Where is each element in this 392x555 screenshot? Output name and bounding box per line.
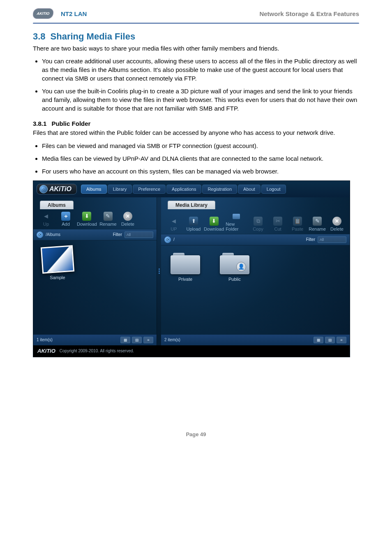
bullet-item: You can create additional user accounts,… [42,57,359,83]
person-badge-icon: 👤 [236,262,246,272]
view-list-button[interactable]: ≡ [143,337,153,343]
footer-copyright: Copyright 2009-2010. All rights reserved… [60,349,134,353]
subsection-intro: Files that are stored within the Public … [33,129,359,137]
media-filter-bar: ⟳ / Filter All [161,234,350,245]
nav-library[interactable]: Library [108,185,132,194]
view-small-icons-button[interactable]: ▤ [325,337,335,343]
upload-icon: ⬆ [189,217,198,226]
folder-item-private[interactable]: Private [167,251,204,282]
app-footer: AKiTiO Copyright 2009-2010. All rights r… [33,345,350,357]
nav-preference[interactable]: Preference [133,185,166,194]
delete-icon [123,212,132,221]
delete-icon [332,217,341,226]
folder-item-label: Private [178,277,192,282]
page-number: Page 49 [33,431,359,437]
nav-applications[interactable]: Applications [166,185,201,194]
albums-filter-input[interactable]: All [125,231,153,238]
media-cut-button[interactable]: ✂Cut [269,217,286,231]
section-bullets: You can create additional user accounts,… [33,57,359,113]
folder-item-public[interactable]: 👤 Public [216,251,253,282]
media-paste-button[interactable]: 📋Paste [289,217,306,231]
albums-up-button[interactable]: ◀Up [37,212,55,227]
album-item-label: Sample [50,275,65,280]
albums-filter-bar: ⟳ /Albums Filter All [33,229,157,240]
panel-splitter[interactable] [157,197,161,345]
media-delete-button[interactable]: Delete [328,217,346,231]
albums-breadcrumb: /Albums [46,232,60,237]
paste-icon: 📋 [293,217,302,226]
albums-rename-button[interactable]: ✎Rename [99,212,117,227]
plus-icon: ＋ [61,212,70,221]
refresh-icon[interactable]: ⟳ [37,231,43,238]
media-status-bar: 2 item(s) ▦ ▤ ≡ [161,335,350,345]
albums-add-button[interactable]: ＋Add [57,212,74,227]
albums-grid: Sample [33,240,157,335]
folder-icon [171,251,200,274]
bullet-item: Files can be viewed and managed via SMB … [42,141,359,150]
section-intro: There are two basic ways to share your m… [33,44,359,53]
folder-item-label: Public [228,277,241,282]
media-item-count: 2 item(s) [164,338,180,342]
download-icon: ⬇ [82,212,91,221]
home-icon: ⌂ [39,185,48,193]
bullet-item: Media files can be viewed by UPnP-AV and… [42,154,359,163]
app-topbar: ⌂ AKiTiO Albums Library Preference Appli… [33,181,350,197]
brand-logo-icon: AKITIO [32,8,54,19]
app-nav: Albums Library Preference Applications R… [81,185,286,194]
header-rule [33,23,359,24]
media-panel-title: Media Library [168,201,215,209]
media-copy-button[interactable]: ⧉Copy [249,217,267,231]
section-heading: 3.8Sharing Media Files [33,31,359,42]
media-up-button[interactable]: ◀UP [165,217,182,231]
nav-registration[interactable]: Registration [202,185,237,194]
product-name: NT2 LAN [61,10,87,17]
subsection-bullets: Files can be viewed and managed via SMB … [33,141,359,176]
media-newfolder-button[interactable]: New Folder [226,212,247,231]
app-logo[interactable]: ⌂ AKiTiO [37,184,77,194]
nav-albums[interactable]: Albums [81,185,107,194]
app-screenshot: ⌂ AKiTiO Albums Library Preference Appli… [33,180,350,357]
refresh-icon[interactable]: ⟳ [164,236,171,243]
media-toolbar: ◀UP ⬆Upload ⬇Download New Folder ⧉Copy ✂… [161,209,350,234]
album-item-sample[interactable]: Sample [39,246,76,280]
copy-icon: ⧉ [254,217,263,226]
download-icon: ⬇ [210,217,219,226]
media-library-panel: Media Library ◀UP ⬆Upload ⬇Download New … [161,197,350,345]
cut-icon: ✂ [273,217,282,226]
albums-delete-button[interactable]: Delete [119,212,136,227]
view-list-button[interactable]: ≡ [337,337,346,343]
rename-icon: ✎ [313,217,322,226]
rename-icon: ✎ [104,212,113,221]
media-rename-button[interactable]: ✎Rename [309,217,326,231]
arrow-left-icon: ◀ [42,212,51,221]
bullet-item: For users who have an account on this sy… [42,167,359,176]
media-upload-button[interactable]: ⬆Upload [185,217,202,231]
nav-logout[interactable]: Logout [261,185,286,194]
doc-header: AKITIO NT2 LAN Network Storage & Extra F… [33,8,359,19]
new-folder-icon [232,212,241,221]
footer-logo: AKiTiO [37,348,55,354]
media-grid: Private 👤 Public [161,245,350,335]
subsection-heading: 3.8.1Public Folder [33,120,359,127]
albums-status-bar: 1 item(s) ▦ ▤ ≡ [33,335,157,345]
media-download-button[interactable]: ⬇Download [205,217,223,231]
albums-item-count: 1 item(s) [37,338,53,342]
folder-public-icon: 👤 [220,251,249,274]
albums-panel: Albums ◀Up ＋Add ⬇Download ✎Rename Delete… [33,197,157,345]
nav-about[interactable]: About [238,185,261,194]
logo-area: AKITIO NT2 LAN [33,8,87,19]
header-section-title: Network Storage & Extra Features [259,10,359,17]
view-large-icons-button[interactable]: ▦ [314,337,323,343]
album-thumbnail-icon [41,245,74,273]
filter-label: Filter [306,237,315,242]
filter-label: Filter [113,232,122,237]
media-breadcrumb: / [173,237,175,242]
media-filter-input[interactable]: All [318,236,346,243]
view-small-icons-button[interactable]: ▤ [132,337,142,343]
arrow-left-icon: ◀ [169,217,178,226]
albums-toolbar: ◀Up ＋Add ⬇Download ✎Rename Delete [33,209,157,229]
albums-panel-title: Albums [40,201,74,209]
bullet-item: You can use the built-in Cooliris plug-i… [42,87,359,113]
albums-download-button[interactable]: ⬇Download [77,212,97,227]
view-large-icons-button[interactable]: ▦ [120,337,130,343]
